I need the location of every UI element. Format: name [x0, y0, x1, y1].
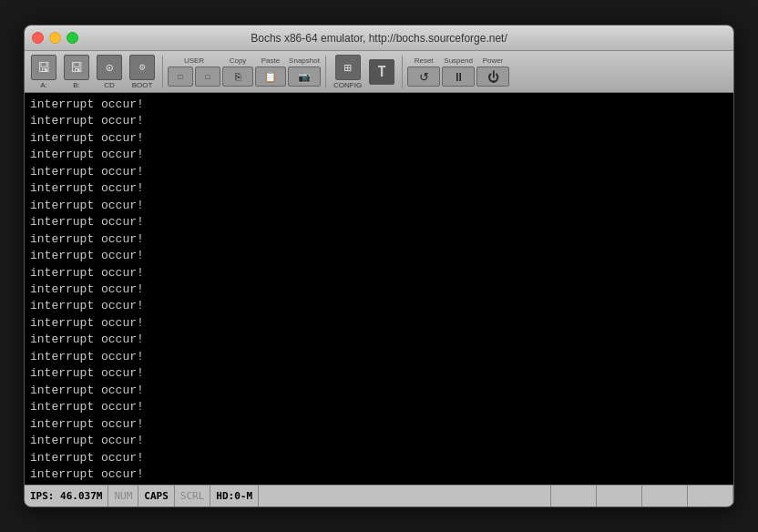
status-num: NUM — [108, 486, 138, 506]
floppy-b-icon: 🖫 — [64, 55, 89, 80]
power-group: Power ⏻ — [476, 56, 509, 87]
terminal-line: interrupt occur! — [30, 248, 728, 264]
titlebar: Bochs x86-64 emulator, http://bochs.sour… — [25, 26, 733, 51]
copy-group: Copy ⎘ — [222, 56, 253, 87]
terminal-line: interrupt occur! — [30, 298, 728, 314]
power-label: Power — [483, 56, 504, 65]
copy-label: Copy — [230, 56, 247, 65]
terminal-line: interrupt occur! — [30, 231, 728, 248]
user-buttons: □ □ — [168, 66, 220, 87]
user-btn-2[interactable]: □ — [195, 66, 220, 87]
divider-2 — [325, 56, 326, 88]
boot-icon: ⚙ — [129, 55, 155, 80]
terminal-line: interrupt occur! — [30, 466, 728, 483]
paste-button[interactable]: 📋 — [255, 66, 286, 87]
snapshot-button[interactable]: 📷 — [288, 66, 321, 87]
user-btn-1[interactable]: □ — [168, 66, 193, 87]
boot-button[interactable]: ⚙ BOOT — [127, 53, 158, 91]
close-button[interactable] — [32, 32, 44, 44]
floppy-b-label: B: — [73, 81, 80, 89]
terminal-line: interrupt occur! — [30, 332, 728, 348]
divider-3 — [402, 56, 403, 88]
main-window: Bochs x86-64 emulator, http://bochs.sour… — [24, 25, 734, 507]
status-ips: IPS: 46.037M — [25, 486, 108, 506]
terminal-line: interrupt occur! — [30, 450, 728, 466]
user-group: USER □ □ — [168, 56, 220, 87]
config-section: ⊞ CONFIG T — [331, 53, 397, 91]
t-button[interactable]: T — [366, 57, 397, 87]
terminal-line: interrupt occur! — [30, 180, 728, 197]
copy-button[interactable]: ⎘ — [222, 66, 253, 87]
controls-section: Reset ↺ Suspend ⏸ Power ⏻ — [407, 56, 509, 87]
terminal-area[interactable]: interrupt occur!interrupt occur!interrup… — [25, 93, 733, 485]
terminal-line: interrupt occur! — [30, 433, 728, 449]
terminal-line: interrupt occur! — [30, 113, 728, 129]
traffic-lights — [32, 32, 78, 44]
snapshot-group: Snapshot 📷 — [288, 56, 321, 87]
toolbar: 🖫 A: 🖫 B: ⊙ CD ⚙ BOOT USER □ — [25, 51, 733, 93]
divider-1 — [162, 56, 163, 88]
boot-label: BOOT — [132, 81, 153, 89]
terminal-line: interrupt occur! — [30, 164, 728, 180]
floppy-b-button[interactable]: 🖫 B: — [61, 53, 92, 91]
terminal-line: interrupt occur! — [30, 97, 728, 113]
status-scrl: SCRL — [175, 486, 211, 506]
disk-section: 🖫 A: 🖫 B: ⊙ CD ⚙ BOOT — [28, 53, 158, 91]
config-icon: ⊞ — [335, 55, 361, 80]
suspend-button[interactable]: ⏸ — [442, 66, 475, 87]
suspend-group: Suspend ⏸ — [442, 56, 475, 87]
minimize-button[interactable] — [49, 32, 61, 44]
terminal-line: interrupt occur! — [30, 349, 728, 365]
terminal-line: interrupt occur! — [30, 147, 728, 163]
terminal-line: interrupt occur! — [30, 416, 728, 433]
paste-snapshot-section: Paste 📋 Snapshot 📷 — [255, 56, 321, 87]
floppy-a-label: A: — [40, 81, 47, 89]
status-caps: CAPS — [138, 486, 175, 506]
status-extra-5 — [688, 486, 733, 506]
suspend-label: Suspend — [444, 56, 473, 65]
maximize-button[interactable] — [67, 32, 78, 44]
terminal-line: interrupt occur! — [30, 265, 728, 281]
statusbar: IPS: 46.037M NUM CAPS SCRL HD:0-M — [25, 485, 733, 506]
reset-label: Reset — [415, 56, 434, 65]
cdrom-label: CD — [104, 81, 115, 89]
status-extra-3 — [597, 486, 642, 506]
user-label: USER — [184, 56, 204, 65]
config-label: CONFIG — [333, 81, 362, 89]
power-button[interactable]: ⏻ — [476, 66, 509, 87]
terminal-line: interrupt occur! — [30, 198, 728, 214]
status-hd: HD:0-M — [210, 486, 259, 506]
status-extra-4 — [642, 486, 688, 506]
floppy-a-button[interactable]: 🖫 A: — [28, 53, 59, 91]
window-title: Bochs x86-64 emulator, http://bochs.sour… — [251, 32, 507, 45]
terminal-line: interrupt occur! — [30, 130, 728, 147]
floppy-a-icon: 🖫 — [31, 55, 56, 80]
user-section: USER □ □ Copy ⎘ — [168, 56, 253, 87]
cdrom-icon: ⊙ — [97, 55, 122, 80]
paste-group: Paste 📋 — [255, 56, 286, 87]
status-extra-2 — [551, 486, 597, 506]
t-icon: T — [369, 59, 394, 85]
config-button[interactable]: ⊞ CONFIG — [331, 53, 364, 91]
reset-button[interactable]: ↺ — [407, 66, 440, 87]
terminal-line: interrupt occur! — [30, 315, 728, 332]
title-text: Bochs x86-64 emulator, http://bochs.sour… — [251, 32, 507, 45]
reset-group: Reset ↺ — [407, 56, 440, 87]
snapshot-label: Snapshot — [289, 56, 320, 65]
paste-label: Paste — [261, 56, 280, 65]
terminal-line: interrupt occur! — [30, 399, 728, 415]
cdrom-button[interactable]: ⊙ CD — [94, 53, 125, 91]
terminal-line: interrupt occur! — [30, 365, 728, 382]
status-extra-1 — [259, 486, 551, 506]
terminal-line: interrupt occur! — [30, 281, 728, 298]
terminal-line: interrupt occur! — [30, 214, 728, 230]
terminal-line: interrupt occur! — [30, 383, 728, 399]
